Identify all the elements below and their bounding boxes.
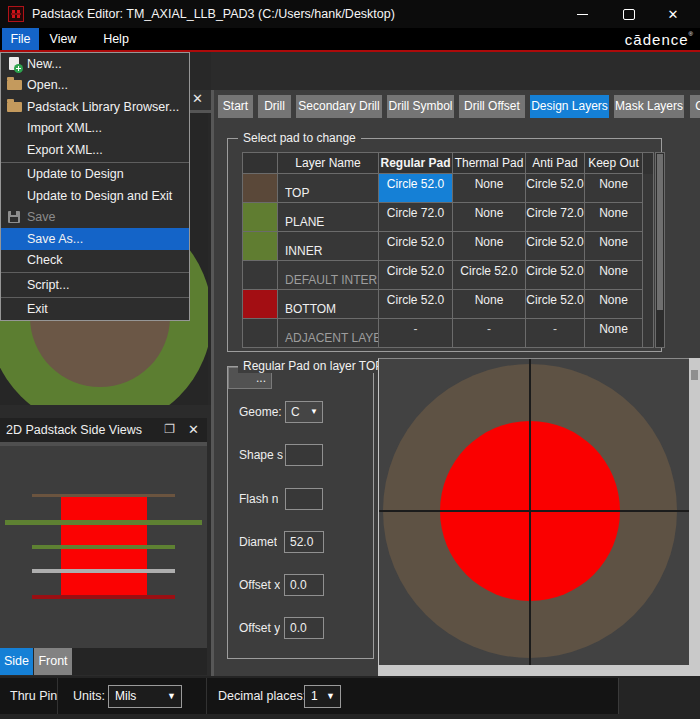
close-button[interactable]: ✕ bbox=[657, 0, 689, 28]
tab-front[interactable]: Front bbox=[34, 648, 72, 675]
cell-thermal-pad[interactable]: None bbox=[453, 290, 526, 319]
layer-swatch-empty bbox=[243, 261, 278, 290]
registered-mark: ® bbox=[689, 31, 694, 37]
layer-name[interactable]: TOP bbox=[278, 174, 379, 203]
preview-horizontal-scrollbar[interactable] bbox=[378, 665, 700, 676]
cell-anti-pad[interactable]: Circle 52.0 bbox=[526, 290, 585, 319]
geometry-dropdown[interactable]: C▼ bbox=[285, 401, 323, 423]
menu-item-padstack-library-browser[interactable]: Padstack Library Browser... bbox=[1, 96, 189, 118]
layer-swatch-plane bbox=[243, 203, 278, 232]
flash-name-label: Flash n bbox=[239, 488, 278, 510]
cell-keep-out[interactable]: None bbox=[585, 261, 643, 290]
cell-regular-pad[interactable]: Circle 52.0 bbox=[379, 232, 453, 261]
side-views-tabbar: Side Front bbox=[0, 648, 207, 675]
float-panel-icon[interactable]: ❐ bbox=[164, 422, 175, 436]
menu-item-update-to-design-and-exit[interactable]: Update to Design and Exit bbox=[1, 185, 189, 207]
pad-table: Layer Name Regular Pad Thermal Pad Anti … bbox=[242, 152, 654, 348]
menu-item-save-as-highlighted[interactable]: Save As... bbox=[1, 228, 189, 250]
cell-regular-pad[interactable]: - bbox=[379, 319, 453, 348]
cell-thermal-pad[interactable]: - bbox=[453, 319, 526, 348]
chevron-down-icon: ▼ bbox=[167, 686, 176, 707]
layer-name[interactable]: DEFAULT INTERNAL bbox=[278, 261, 379, 290]
layer-name[interactable]: ADJACENT LAYER bbox=[278, 319, 379, 348]
header-swatch bbox=[243, 153, 278, 174]
menu-item-export-xml[interactable]: Export XML... bbox=[1, 139, 189, 161]
crosshair-vertical bbox=[529, 359, 531, 665]
table-scrollbar-thumb[interactable] bbox=[657, 154, 663, 310]
menu-view[interactable]: View bbox=[45, 28, 81, 50]
cell-keep-out[interactable]: None bbox=[585, 232, 643, 261]
tab-start[interactable]: Start bbox=[218, 95, 253, 118]
layer-name[interactable]: BOTTOM bbox=[278, 290, 379, 319]
pad-preview-canvas[interactable] bbox=[378, 358, 689, 665]
cell-regular-pad[interactable]: Circle 72.0 bbox=[379, 203, 453, 232]
cell-regular-pad-selected[interactable]: Circle 52.0 bbox=[379, 174, 453, 203]
menu-item-check[interactable]: Check bbox=[1, 250, 189, 272]
cell-anti-pad[interactable]: Circle 52.0 bbox=[526, 174, 585, 203]
cell-keep-out[interactable]: None bbox=[585, 203, 643, 232]
cell-anti-pad[interactable]: - bbox=[526, 319, 585, 348]
tab-drill[interactable]: Drill bbox=[258, 95, 291, 118]
menu-item-import-xml[interactable]: Import XML... bbox=[1, 118, 189, 140]
shape-symbol-input[interactable] bbox=[285, 444, 323, 466]
side-view-inner-layer-bar bbox=[32, 545, 175, 549]
menu-help[interactable]: Help bbox=[97, 28, 135, 50]
new-document-icon bbox=[1, 57, 27, 70]
tab-side[interactable]: Side bbox=[0, 648, 33, 675]
maximize-button[interactable] bbox=[613, 0, 645, 28]
shape-symbol-label: Shape s bbox=[239, 444, 283, 466]
offset-y-input[interactable]: 0.0 bbox=[284, 617, 324, 639]
cell-thermal-pad[interactable]: None bbox=[453, 232, 526, 261]
header-layer-name: Layer Name bbox=[278, 153, 379, 174]
decimal-places-label: Decimal places: bbox=[218, 678, 306, 714]
cadence-logo: cādence® bbox=[625, 29, 694, 50]
window-title: Padstack Editor: TM_AXIAL_LLB_PAD3 (C:/U… bbox=[32, 0, 395, 28]
layer-name[interactable]: INNER bbox=[278, 232, 379, 261]
cell-anti-pad[interactable]: Circle 52.0 bbox=[526, 261, 585, 290]
statusbar-divider bbox=[206, 678, 207, 714]
cell-thermal-pad[interactable]: None bbox=[453, 174, 526, 203]
tab-mask-layers[interactable]: Mask Layers bbox=[614, 95, 684, 118]
menu-file[interactable]: File bbox=[2, 28, 39, 50]
tab-options-clipped[interactable]: O bbox=[690, 95, 700, 118]
menu-item-open[interactable]: Open... bbox=[1, 75, 189, 97]
diameter-input[interactable]: 52.0 bbox=[284, 531, 324, 553]
regular-pad-groupbox-label: Regular Pad on layer TOP bbox=[238, 359, 388, 373]
tab-drill-symbol[interactable]: Drill Symbol bbox=[387, 95, 454, 118]
close-icon: ✕ bbox=[668, 7, 679, 22]
menu-item-script[interactable]: Script... bbox=[1, 274, 189, 296]
tab-drill-offset[interactable]: Drill Offset bbox=[459, 95, 525, 118]
menu-separator bbox=[1, 272, 189, 273]
cell-keep-out[interactable]: None bbox=[585, 290, 643, 319]
statusbar: Thru Pin Units: Mils▼ Decimal places: 1▼ bbox=[0, 676, 700, 719]
menu-item-new[interactable]: New... bbox=[1, 53, 189, 75]
side-views-close-icon[interactable]: ✕ bbox=[188, 422, 199, 437]
menu-item-exit[interactable]: Exit bbox=[1, 299, 189, 321]
units-label: Units: bbox=[73, 678, 105, 714]
side-views-title: 2D Padstack Side Views bbox=[6, 418, 142, 442]
tab-design-layers[interactable]: Design Layers bbox=[530, 95, 609, 118]
cell-keep-out[interactable]: None bbox=[585, 319, 643, 348]
preview-vscroll-thumb[interactable] bbox=[691, 370, 698, 380]
offset-x-input[interactable]: 0.0 bbox=[284, 574, 324, 596]
decimal-places-dropdown[interactable]: 1▼ bbox=[304, 685, 341, 708]
menu-item-update-to-design[interactable]: Update to Design bbox=[1, 164, 189, 186]
preview-vertical-scrollbar[interactable] bbox=[689, 358, 700, 676]
layer-swatch-inner bbox=[243, 232, 278, 261]
views-panel-close-icon[interactable]: ✕ bbox=[192, 91, 203, 106]
cell-anti-pad[interactable]: Circle 52.0 bbox=[526, 232, 585, 261]
table-row-adjacent-layer: ADJACENT LAYER - - - None bbox=[243, 319, 653, 348]
table-scrollbar[interactable] bbox=[655, 152, 665, 348]
layer-name[interactable]: PLANE bbox=[278, 203, 379, 232]
flash-name-input[interactable] bbox=[285, 488, 323, 510]
units-dropdown[interactable]: Mils▼ bbox=[108, 685, 182, 708]
minimize-button[interactable] bbox=[566, 0, 598, 28]
cell-anti-pad[interactable]: Circle 72.0 bbox=[526, 203, 585, 232]
cell-keep-out[interactable]: None bbox=[585, 174, 643, 203]
cell-regular-pad[interactable]: Circle 52.0 bbox=[379, 261, 453, 290]
header-thermal-pad: Thermal Pad bbox=[453, 153, 526, 174]
cell-thermal-pad[interactable]: Circle 52.0 bbox=[453, 261, 526, 290]
tab-secondary-drill[interactable]: Secondary Drill bbox=[296, 95, 382, 118]
cell-regular-pad[interactable]: Circle 52.0 bbox=[379, 290, 453, 319]
cell-thermal-pad[interactable]: None bbox=[453, 203, 526, 232]
